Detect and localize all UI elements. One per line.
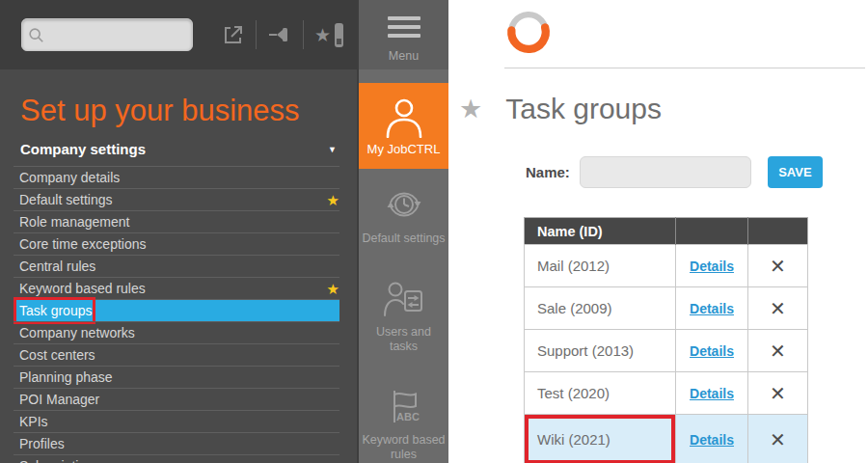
sidebar-item-subscription[interactable]: Subscription bbox=[14, 454, 339, 463]
task-group-name-cell: Mail (2012) bbox=[525, 245, 676, 287]
sidebar-item-kpis[interactable]: KPIs bbox=[14, 410, 339, 432]
delete-cell: ✕ bbox=[748, 415, 808, 463]
sidebar-item-task-groups[interactable]: Task groups bbox=[14, 299, 339, 321]
chevron-down-icon: ▼ bbox=[328, 145, 337, 154]
task-group-name-cell: Sale (2009) bbox=[525, 287, 676, 330]
delete-cell: ✕ bbox=[748, 287, 808, 330]
table-row-wiki-2021: Wiki (2021) Details ✕ bbox=[525, 415, 808, 463]
sidebar-topbar: ★ bbox=[0, 0, 357, 69]
details-link[interactable]: Details bbox=[690, 259, 734, 274]
delete-x-icon[interactable]: ✕ bbox=[770, 298, 786, 319]
details-link[interactable]: Details bbox=[690, 343, 734, 359]
sidebar-menu-item-label: KPIs bbox=[19, 414, 48, 429]
delete-cell: ✕ bbox=[748, 330, 808, 372]
table-row-sale-2009: Sale (2009) Details ✕ bbox=[525, 287, 808, 330]
favorite-star-icon[interactable]: ★ bbox=[459, 96, 482, 123]
delete-x-icon[interactable]: ✕ bbox=[770, 383, 786, 404]
company-settings-menu: Company details Default settings ★ Role … bbox=[14, 166, 339, 463]
column-header-details bbox=[676, 218, 748, 245]
sidebar-item-role-management[interactable]: Role management bbox=[14, 210, 339, 232]
table-row-mail-2012: Mail (2012) Details ✕ bbox=[525, 245, 808, 287]
sidebar-item-company-details[interactable]: Company details bbox=[14, 166, 339, 188]
delete-x-icon[interactable]: ✕ bbox=[770, 429, 786, 450]
svg-text:ABC: ABC bbox=[396, 411, 420, 422]
sidebar-menu-item-label: Planning phase bbox=[19, 369, 113, 385]
nav-item-label: My JobCTRL bbox=[359, 142, 448, 157]
sidebar-menu-item-label: Central rules bbox=[19, 259, 95, 274]
delete-x-icon[interactable]: ✕ bbox=[770, 340, 786, 362]
history-clock-icon bbox=[384, 184, 424, 225]
details-cell: Details bbox=[676, 372, 748, 415]
topbar-divider bbox=[256, 20, 257, 49]
sidebar-menu-item-label: Profiles bbox=[19, 436, 65, 451]
search-box[interactable] bbox=[21, 18, 193, 51]
favorite-star-icon[interactable]: ★ bbox=[327, 193, 339, 207]
sidebar-item-company-networks[interactable]: Company networks bbox=[14, 321, 339, 343]
nav-item-label: Users and tasks bbox=[359, 325, 448, 355]
page-heading: ★ Task groups bbox=[459, 93, 662, 125]
task-group-name-cell: Support (2013) bbox=[525, 330, 676, 372]
task-group-name-cell: Test (2020) bbox=[525, 372, 676, 415]
details-link[interactable]: Details bbox=[690, 386, 734, 401]
star-icon: ★ bbox=[314, 26, 331, 44]
search-input[interactable] bbox=[44, 26, 186, 43]
sidebar-menu-item-label: Keyword based rules bbox=[19, 281, 146, 296]
sidebar-menu-item-label: Company networks bbox=[19, 325, 135, 340]
sidebar-menu-item-label: Role management bbox=[19, 214, 129, 230]
section-company-settings[interactable]: Company settings ▼ bbox=[20, 141, 337, 157]
task-groups-table-wrap: Name (ID) Mail (2012) Details ✕ Sale (20… bbox=[524, 217, 808, 463]
sidebar-item-planning-phase[interactable]: Planning phase bbox=[14, 366, 339, 388]
pin-icon[interactable] bbox=[267, 24, 292, 45]
sidebar-item-central-rules[interactable]: Central rules bbox=[14, 255, 339, 277]
sidebar-menu-item-label: Subscription bbox=[19, 458, 94, 463]
loading-spinner-icon bbox=[505, 9, 552, 59]
delete-x-icon[interactable]: ✕ bbox=[770, 256, 786, 277]
nav-item-default-settings[interactable]: Default settings bbox=[359, 184, 448, 247]
sidebar-item-profiles[interactable]: Profiles bbox=[14, 432, 339, 454]
name-input[interactable] bbox=[580, 156, 751, 188]
app-window: ★ Set up your business Company settings … bbox=[0, 0, 868, 463]
nav-item-keyword-based-rules[interactable]: ABC Keyword based rules bbox=[359, 386, 448, 463]
nav-item-label: Default settings bbox=[359, 232, 448, 247]
column-header-delete bbox=[748, 218, 808, 245]
save-button[interactable]: SAVE bbox=[768, 156, 823, 188]
section-label: Company settings bbox=[20, 141, 146, 157]
delete-cell: ✕ bbox=[748, 372, 808, 415]
nav-item-my-jobctrl[interactable]: My JobCTRL bbox=[359, 83, 448, 168]
details-link[interactable]: Details bbox=[690, 301, 734, 316]
sidebar-item-poi-manager[interactable]: POI Manager bbox=[14, 388, 339, 410]
table-header-row: Name (ID) bbox=[525, 218, 808, 245]
sidebar-item-keyword-based-rules[interactable]: Keyword based rules ★ bbox=[14, 277, 339, 299]
bookmark-bar-icon bbox=[335, 23, 343, 47]
details-cell: Details bbox=[676, 245, 748, 287]
details-cell: Details bbox=[676, 330, 748, 372]
task-groups-table: Name (ID) Mail (2012) Details ✕ Sale (20… bbox=[524, 217, 808, 463]
favorite-star-icon[interactable]: ★ bbox=[327, 282, 339, 296]
sidebar-menu-item-label: Core time exceptions bbox=[19, 236, 147, 252]
sidebar-item-cost-centers[interactable]: Cost centers bbox=[14, 343, 339, 366]
topbar-divider bbox=[303, 20, 304, 49]
topbar-icon-group: ★ bbox=[222, 20, 343, 49]
sidebar-menu-item-label: Cost centers bbox=[19, 347, 95, 363]
sidebar-menu-item-label: POI Manager bbox=[19, 392, 99, 407]
nav-item-users-and-tasks[interactable]: Users and tasks bbox=[359, 280, 448, 355]
column-header-name-id: Name (ID) bbox=[525, 218, 676, 245]
sidebar-menu-item-label: Company details bbox=[19, 170, 120, 185]
sidebar-item-core-time-exceptions[interactable]: Core time exceptions bbox=[14, 232, 339, 255]
module-nav: Menu My JobCTRL Default settings bbox=[357, 0, 448, 463]
new-task-group-form: Name: SAVE bbox=[526, 156, 823, 188]
details-link[interactable]: Details bbox=[690, 432, 734, 448]
main-content: ★ Task groups Name: SAVE Name (ID) Mail … bbox=[448, 0, 868, 463]
nav-item-menu[interactable]: Menu bbox=[359, 0, 448, 69]
flag-abc-icon: ABC bbox=[383, 386, 425, 426]
header-divider bbox=[504, 68, 865, 68]
delete-cell: ✕ bbox=[748, 245, 808, 287]
details-cell: Details bbox=[676, 287, 748, 330]
sidebar-item-default-settings[interactable]: Default settings ★ bbox=[14, 188, 339, 210]
external-link-icon[interactable] bbox=[222, 23, 245, 46]
hamburger-menu-icon bbox=[388, 16, 420, 42]
favorites-star-icon[interactable]: ★ bbox=[314, 23, 343, 47]
page-title: Task groups bbox=[505, 93, 662, 125]
name-label: Name: bbox=[526, 164, 570, 180]
task-group-name-cell: Wiki (2021) bbox=[525, 415, 676, 463]
